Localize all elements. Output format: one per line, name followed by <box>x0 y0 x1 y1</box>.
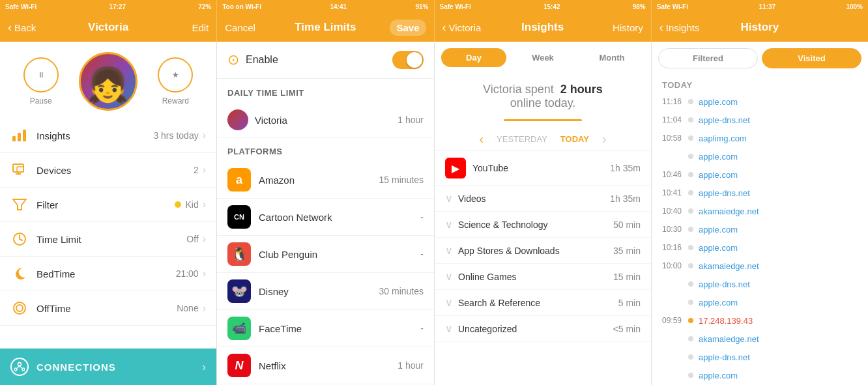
reward-button[interactable]: ★ Reward <box>158 57 193 106</box>
cn-time: - <box>420 212 424 222</box>
star-icon: ★ <box>172 70 179 79</box>
status-bar-3: Safe Wi-Fi 15:42 98% <box>435 0 652 13</box>
cancel-button[interactable]: Cancel <box>225 22 255 33</box>
yesterday-label: YESTERDAY <box>497 134 547 144</box>
bedtime-chevron: › <box>203 268 206 279</box>
insights-chevron: › <box>203 130 206 141</box>
avatar: 👧 <box>79 52 137 111</box>
history-url[interactable]: apple.com <box>699 243 738 253</box>
history-url[interactable]: apple.com <box>699 225 738 235</box>
profile-panel: ⏸ Pause 👧 ★ Reward In <box>0 42 217 385</box>
back-label-3: Victoria <box>449 22 482 33</box>
summary-text: Victoria spent <box>483 83 554 96</box>
history-url[interactable]: apple.com <box>699 371 738 380</box>
menu-item-offtime[interactable]: OffTime None › <box>0 291 216 326</box>
menu-item-timelimit[interactable]: Time Limit Off › <box>0 222 216 257</box>
insights-label: Insights <box>36 130 153 141</box>
enable-toggle[interactable] <box>392 51 424 69</box>
history-url[interactable]: apple-dns.net <box>699 115 750 125</box>
history-list: 11:16 apple.com 11:04 apple-dns.net 10:5… <box>652 93 868 385</box>
history-url[interactable]: akamaiedge.net <box>699 207 759 216</box>
back-button-insights[interactable]: ‹ Victoria <box>442 21 482 35</box>
timelimit-label: Time Limit <box>36 234 186 245</box>
history-url[interactable]: apple.com <box>699 170 738 180</box>
history-row: apple.com <box>657 293 863 311</box>
pause-button[interactable]: ⏸ Pause <box>23 57 59 106</box>
today-section-label: TODAY <box>652 74 868 93</box>
history-time: 10:58 <box>662 134 688 143</box>
nav-bar-profile: ‹ Back Victoria Edit <box>0 13 217 42</box>
platform-row-disney[interactable]: 🐭 Disney 30 minutes <box>217 273 434 310</box>
platform-row-netflix[interactable]: N Netflix 1 hour <box>217 347 434 384</box>
daily-limit-header: DAILY TIME LIMIT <box>217 79 434 103</box>
insights-row-games[interactable]: ∨ Online Games 15 min <box>435 264 651 290</box>
tab-month[interactable]: Month <box>579 48 644 67</box>
history-dot <box>688 99 693 104</box>
tab-week[interactable]: Week <box>510 48 575 67</box>
history-url[interactable]: apple-dns.net <box>699 352 750 362</box>
history-url[interactable]: 17.248.139.43 <box>699 316 753 326</box>
history-url[interactable]: akamaiedge.net <box>699 261 759 271</box>
history-button[interactable]: History <box>613 22 643 33</box>
platform-row-amazon[interactable]: a Amazon 15 minutes <box>217 162 434 199</box>
history-row: 10:40 akamaiedge.net <box>657 202 863 220</box>
menu-item-filter[interactable]: Filter Kid › <box>0 188 216 222</box>
save-button[interactable]: Save <box>390 20 426 36</box>
tab-day[interactable]: Day <box>441 48 506 67</box>
daily-limit-value: 1 hour <box>398 115 424 125</box>
facetime-time: - <box>420 323 424 334</box>
amazon-time: 15 minutes <box>379 175 424 185</box>
history-time: 10:16 <box>662 243 688 252</box>
cn-icon: CN <box>227 205 251 229</box>
history-time: 10:30 <box>662 225 688 234</box>
amazon-name: Amazon <box>259 175 379 186</box>
status-bar-row: Safe Wi-Fi 17:27 72% Too on Wi-Fi 14:41 … <box>0 0 868 13</box>
insights-row-youtube[interactable]: ▶ YouTube 1h 35m <box>435 151 651 186</box>
insights-row-videos[interactable]: ∨ Videos 1h 35m <box>435 186 651 212</box>
history-url[interactable]: akamaiedge.net <box>699 334 759 344</box>
history-url[interactable]: apple-dns.net <box>699 188 750 198</box>
platform-row-clubpenguin[interactable]: 🐧 Club Penguin - <box>217 236 434 273</box>
devices-chevron: › <box>203 164 206 176</box>
prev-day-button[interactable]: ‹ <box>479 132 484 147</box>
history-url[interactable]: apple.com <box>699 97 738 107</box>
history-url[interactable]: aaplimg.com <box>699 134 747 143</box>
insights-panel: Day Week Month Victoria spent 2 hours on… <box>435 42 652 385</box>
menu-item-devices[interactable]: Devices 2 › <box>0 153 216 188</box>
next-day-button[interactable]: › <box>602 132 607 147</box>
clubpenguin-time: - <box>420 249 424 259</box>
disney-icon: 🐭 <box>227 279 251 303</box>
menu-list: Insights 3 hrs today › Devices 2 › Filte… <box>0 119 216 349</box>
games-chevron: ∨ <box>445 270 453 283</box>
videos-insights-name: Videos <box>458 193 610 204</box>
insights-row-search[interactable]: ∨ Search & Reference 5 min <box>435 290 651 316</box>
edit-button[interactable]: Edit <box>192 22 209 33</box>
insights-row-science[interactable]: ∨ Science & Technology 50 min <box>435 212 651 238</box>
insights-row-appstores[interactable]: ∨ App Stores & Downloads 35 min <box>435 238 651 264</box>
history-time: 09:59 <box>662 316 688 325</box>
tab-visited[interactable]: Visited <box>762 48 861 68</box>
menu-item-insights[interactable]: Insights 3 hrs today › <box>0 119 216 153</box>
platform-row-cn[interactable]: CN Cartoon Network - <box>217 199 434 236</box>
history-row: 09:59 17.248.139.43 <box>657 311 863 330</box>
reward-label: Reward <box>162 96 189 106</box>
history-dot <box>688 172 693 177</box>
back-label-4: Insights <box>666 22 700 33</box>
platform-row-facetime[interactable]: 📹 FaceTime - <box>217 310 434 347</box>
nav-bar-history: ‹ Insights History <box>652 13 868 42</box>
connections-bar[interactable]: CONNECTIONS › <box>0 349 216 385</box>
history-dot <box>688 208 693 214</box>
appstores-insights-time: 35 min <box>613 246 641 256</box>
history-url[interactable]: apple.com <box>699 298 738 307</box>
nav-title-3: Insights <box>521 21 564 34</box>
insights-row-uncategorized[interactable]: ∨ Uncategorized <5 min <box>435 316 651 342</box>
back-button-1[interactable]: ‹ Back <box>8 21 36 35</box>
svg-marker-7 <box>13 199 26 210</box>
history-url[interactable]: apple.com <box>699 152 738 162</box>
tab-filtered[interactable]: Filtered <box>658 48 758 68</box>
status-battery-3: 98% <box>633 3 646 10</box>
menu-item-bedtime[interactable]: BedTime 21:00 › <box>0 257 216 291</box>
history-row: 10:30 apple.com <box>657 220 863 238</box>
back-button-history[interactable]: ‹ Insights <box>659 21 700 35</box>
history-url[interactable]: apple-dns.net <box>699 279 750 289</box>
